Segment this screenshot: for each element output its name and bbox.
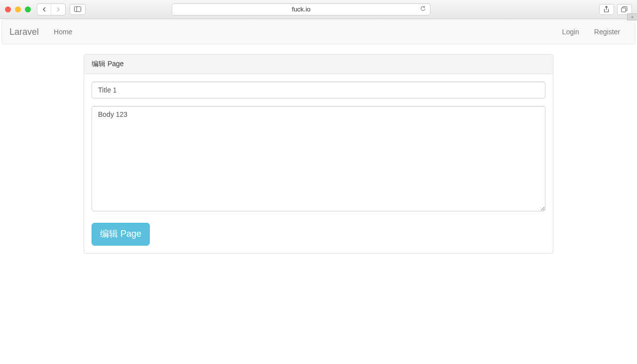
reload-icon[interactable] bbox=[420, 5, 426, 13]
main-navbar: Laravel Home Login Register bbox=[1, 19, 636, 44]
close-window-button[interactable] bbox=[5, 6, 11, 12]
maximize-window-button[interactable] bbox=[25, 6, 31, 12]
back-button[interactable] bbox=[37, 4, 51, 15]
share-button[interactable] bbox=[599, 4, 614, 15]
forward-button[interactable] bbox=[51, 4, 65, 15]
show-sidebar-button[interactable] bbox=[70, 4, 86, 15]
browser-chrome: fuck.io + bbox=[0, 0, 637, 19]
edit-page-panel: 编辑 Page 编辑 Page bbox=[84, 54, 553, 254]
minimize-window-button[interactable] bbox=[15, 6, 21, 12]
nav-home-link[interactable]: Home bbox=[46, 20, 80, 43]
svg-rect-3 bbox=[622, 8, 626, 12]
panel-heading: 编辑 Page bbox=[84, 55, 553, 74]
nav-register-link[interactable]: Register bbox=[587, 20, 628, 43]
submit-button[interactable]: 编辑 Page bbox=[92, 223, 150, 246]
panel-body: 编辑 Page bbox=[84, 74, 553, 253]
nav-buttons-group bbox=[37, 3, 66, 15]
svg-rect-0 bbox=[75, 7, 81, 12]
url-bar[interactable]: fuck.io bbox=[172, 3, 430, 15]
title-input[interactable] bbox=[92, 82, 545, 98]
new-tab-button[interactable]: + bbox=[627, 13, 637, 20]
nav-login-link[interactable]: Login bbox=[555, 20, 587, 43]
url-text: fuck.io bbox=[292, 5, 311, 13]
navbar-brand[interactable]: Laravel bbox=[9, 27, 46, 37]
body-textarea[interactable] bbox=[92, 106, 545, 211]
window-controls bbox=[5, 6, 31, 12]
